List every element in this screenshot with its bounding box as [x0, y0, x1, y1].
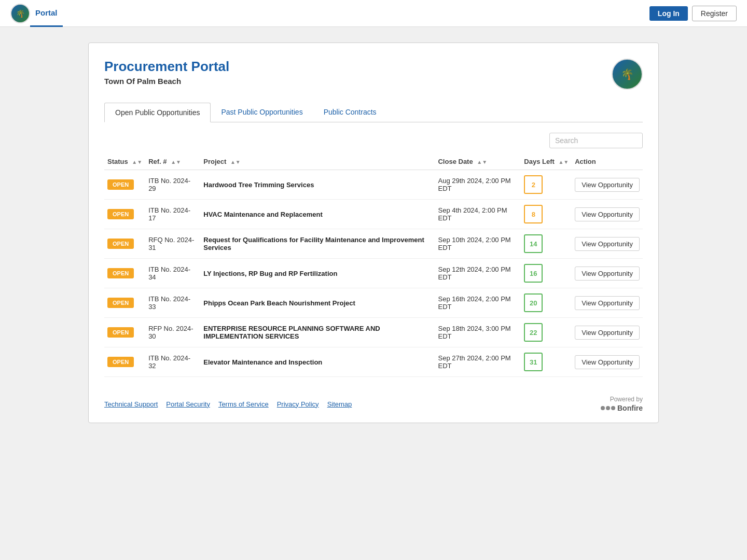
footer-link[interactable]: Terms of Service	[218, 400, 269, 408]
table-toolbar	[104, 133, 643, 148]
row-action: View Opportunity	[572, 259, 643, 288]
footer-link[interactable]: Privacy Policy	[277, 400, 319, 408]
login-button[interactable]: Log In	[649, 6, 688, 21]
row-action: View Opportunity	[572, 200, 643, 229]
row-project: Hardwood Tree Trimming Services	[200, 170, 435, 200]
table-row: OPENRFQ No. 2024-31Request for Qualifica…	[104, 229, 643, 259]
top-navigation: 🌴 Portal Log In Register	[0, 0, 747, 27]
row-close-date: Sep 18th 2024, 3:00 PM EDT	[435, 318, 521, 347]
row-status: OPEN	[104, 229, 145, 259]
footer-link[interactable]: Portal Security	[166, 400, 210, 408]
tab-public-contracts[interactable]: Public Contracts	[313, 102, 387, 122]
row-action: View Opportunity	[572, 229, 643, 259]
row-days-left: 14	[521, 229, 572, 259]
row-close-date: Sep 16th 2024, 2:00 PM EDT	[435, 288, 521, 318]
row-project: LY Injections, RP Bug and RP Fertilizati…	[200, 259, 435, 288]
view-opportunity-button[interactable]: View Opportunity	[575, 267, 640, 281]
view-opportunity-button[interactable]: View Opportunity	[575, 207, 640, 221]
row-ref: RFP No. 2024-30	[145, 318, 200, 347]
days-badge: 8	[524, 205, 543, 223]
row-ref: ITB No. 2024-33	[145, 288, 200, 318]
col-project[interactable]: Project ▲▼	[200, 153, 435, 170]
powered-by-block: Powered by Bonfire	[601, 396, 643, 412]
nav-seal-logo: 🌴	[10, 4, 30, 23]
portal-nav-link[interactable]: Portal	[30, 0, 63, 27]
row-action: View Opportunity	[572, 318, 643, 347]
col-status[interactable]: Status ▲▼	[104, 153, 145, 170]
row-action: View Opportunity	[572, 347, 643, 377]
status-badge: OPEN	[107, 239, 134, 249]
portal-title: Procurement Portal	[104, 59, 229, 75]
table-row: OPENITB No. 2024-32Elevator Maintenance …	[104, 347, 643, 377]
col-ref[interactable]: Ref. # ▲▼	[145, 153, 200, 170]
row-status: OPEN	[104, 318, 145, 347]
status-badge: OPEN	[107, 327, 134, 338]
footer-link[interactable]: Sitemap	[327, 400, 352, 408]
row-action: View Opportunity	[572, 170, 643, 200]
status-badge: OPEN	[107, 268, 134, 278]
row-ref: RFQ No. 2024-31	[145, 229, 200, 259]
row-project: ENTERPRISE RESOURCE PLANNING SOFTWARE AN…	[200, 318, 435, 347]
days-badge: 22	[524, 323, 543, 342]
town-seal: 🌴	[612, 59, 643, 90]
days-badge: 20	[524, 293, 543, 312]
main-card: Procurement Portal Town Of Palm Beach 🌴 …	[88, 43, 659, 423]
row-status: OPEN	[104, 259, 145, 288]
days-badge: 2	[524, 175, 543, 194]
table-row: OPENITB No. 2024-33Phipps Ocean Park Bea…	[104, 288, 643, 318]
days-badge: 16	[524, 264, 543, 283]
status-badge: OPEN	[107, 357, 134, 367]
row-close-date: Aug 29th 2024, 2:00 PM EDT	[435, 170, 521, 200]
row-ref: ITB No. 2024-34	[145, 259, 200, 288]
row-ref: ITB No. 2024-17	[145, 200, 200, 229]
tab-open-opportunities[interactable]: Open Public Opportunities	[104, 103, 211, 122]
col-action: Action	[572, 153, 643, 170]
row-close-date: Sep 27th 2024, 2:00 PM EDT	[435, 347, 521, 377]
days-badge: 14	[524, 234, 543, 253]
tabs-container: Open Public Opportunities Past Public Op…	[104, 102, 643, 122]
opportunities-table: Status ▲▼ Ref. # ▲▼ Project ▲▼ Close Dat…	[104, 153, 643, 377]
col-days-left[interactable]: Days Left ▲▼	[521, 153, 572, 170]
row-ref: ITB No. 2024-29	[145, 170, 200, 200]
portal-subtitle: Town Of Palm Beach	[104, 77, 229, 86]
row-days-left: 20	[521, 288, 572, 318]
row-days-left: 31	[521, 347, 572, 377]
bonfire-brand: Bonfire	[601, 404, 643, 412]
row-action: View Opportunity	[572, 288, 643, 318]
tab-past-opportunities[interactable]: Past Public Opportunities	[211, 102, 313, 122]
row-days-left: 2	[521, 170, 572, 200]
row-close-date: Sep 4th 2024, 2:00 PM EDT	[435, 200, 521, 229]
portal-header: Procurement Portal Town Of Palm Beach 🌴	[104, 59, 643, 90]
table-row: OPENRFP No. 2024-30ENTERPRISE RESOURCE P…	[104, 318, 643, 347]
col-close-date[interactable]: Close Date ▲▼	[435, 153, 521, 170]
table-header-row: Status ▲▼ Ref. # ▲▼ Project ▲▼ Close Dat…	[104, 153, 643, 170]
view-opportunity-button[interactable]: View Opportunity	[575, 355, 640, 369]
search-input[interactable]	[549, 133, 643, 148]
row-status: OPEN	[104, 288, 145, 318]
register-button[interactable]: Register	[692, 6, 737, 21]
view-opportunity-button[interactable]: View Opportunity	[575, 296, 640, 310]
row-status: OPEN	[104, 347, 145, 377]
view-opportunity-button[interactable]: View Opportunity	[575, 326, 640, 340]
footer-link[interactable]: Technical Support	[104, 400, 158, 408]
row-close-date: Sep 12th 2024, 2:00 PM EDT	[435, 259, 521, 288]
row-project: Elevator Maintenance and Inspection	[200, 347, 435, 377]
footer-links: Technical SupportPortal SecurityTerms of…	[104, 400, 352, 408]
row-ref: ITB No. 2024-32	[145, 347, 200, 377]
view-opportunity-button[interactable]: View Opportunity	[575, 178, 640, 192]
row-close-date: Sep 10th 2024, 2:00 PM EDT	[435, 229, 521, 259]
page-wrapper: Procurement Portal Town Of Palm Beach 🌴 …	[0, 27, 747, 439]
sort-icon-days-left: ▲▼	[558, 159, 569, 165]
row-status: OPEN	[104, 200, 145, 229]
row-project: HVAC Maintenance and Replacement	[200, 200, 435, 229]
days-badge: 31	[524, 353, 543, 371]
row-status: OPEN	[104, 170, 145, 200]
sort-icon-status: ▲▼	[132, 159, 142, 165]
row-days-left: 22	[521, 318, 572, 347]
table-row: OPENITB No. 2024-17HVAC Maintenance and …	[104, 200, 643, 229]
table-row: OPENITB No. 2024-34LY Injections, RP Bug…	[104, 259, 643, 288]
status-badge: OPEN	[107, 179, 134, 190]
card-footer: Technical SupportPortal SecurityTerms of…	[104, 389, 643, 412]
view-opportunity-button[interactable]: View Opportunity	[575, 237, 640, 251]
row-days-left: 16	[521, 259, 572, 288]
